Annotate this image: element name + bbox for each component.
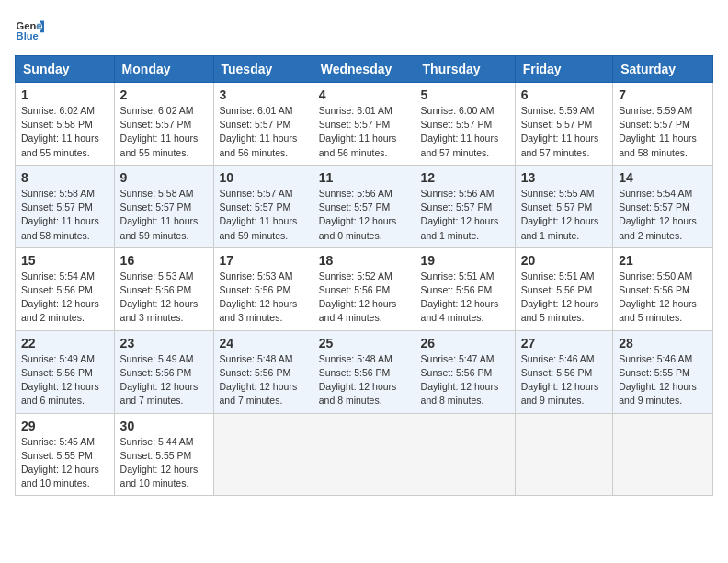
day-info: Sunrise: 5:48 AMSunset: 5:56 PMDaylight:…	[220, 352, 307, 408]
col-friday: Friday	[515, 56, 613, 83]
day-info: Sunrise: 5:47 AMSunset: 5:56 PMDaylight:…	[421, 352, 509, 408]
calendar-table: Sunday Monday Tuesday Wednesday Thursday…	[15, 55, 713, 496]
day-info: Sunrise: 5:57 AMSunset: 5:57 PMDaylight:…	[220, 187, 307, 243]
calendar-row: 1Sunrise: 6:02 AMSunset: 5:58 PMDaylight…	[16, 83, 713, 166]
day-number: 15	[21, 253, 108, 268]
col-tuesday: Tuesday	[213, 56, 313, 83]
day-info: Sunrise: 5:46 AMSunset: 5:56 PMDaylight:…	[521, 352, 608, 408]
day-number: 22	[21, 336, 108, 350]
day-info: Sunrise: 5:58 AMSunset: 5:57 PMDaylight:…	[21, 187, 108, 243]
day-number: 10	[220, 170, 307, 185]
table-row: 21Sunrise: 5:50 AMSunset: 5:56 PMDayligh…	[613, 247, 713, 330]
day-number: 20	[521, 253, 608, 268]
day-info: Sunrise: 5:50 AMSunset: 5:56 PMDaylight:…	[619, 270, 707, 326]
table-row: 22Sunrise: 5:49 AMSunset: 5:56 PMDayligh…	[16, 330, 115, 413]
table-row: 23Sunrise: 5:49 AMSunset: 5:56 PMDayligh…	[114, 330, 213, 413]
day-number: 19	[421, 253, 509, 268]
col-monday: Monday	[114, 56, 213, 83]
day-info: Sunrise: 5:53 AMSunset: 5:56 PMDaylight:…	[220, 270, 307, 326]
day-number: 14	[619, 170, 707, 185]
day-info: Sunrise: 6:01 AMSunset: 5:57 PMDaylight:…	[220, 104, 307, 160]
day-info: Sunrise: 5:59 AMSunset: 5:57 PMDaylight:…	[521, 104, 608, 160]
logo-icon: General Blue	[15, 15, 44, 44]
day-info: Sunrise: 5:56 AMSunset: 5:57 PMDaylight:…	[319, 187, 409, 243]
table-row: 8Sunrise: 5:58 AMSunset: 5:57 PMDaylight…	[16, 165, 115, 247]
day-info: Sunrise: 6:02 AMSunset: 5:57 PMDaylight:…	[120, 104, 208, 160]
table-row: 18Sunrise: 5:52 AMSunset: 5:56 PMDayligh…	[313, 247, 415, 330]
logo: General Blue	[15, 15, 48, 44]
calendar-row: 29Sunrise: 5:45 AMSunset: 5:55 PMDayligh…	[16, 413, 713, 496]
day-number: 24	[220, 336, 307, 350]
table-row	[613, 413, 713, 496]
day-number: 12	[421, 170, 509, 185]
day-number: 1	[21, 87, 108, 102]
day-info: Sunrise: 5:51 AMSunset: 5:56 PMDaylight:…	[521, 270, 608, 326]
day-number: 7	[619, 87, 707, 102]
day-info: Sunrise: 5:52 AMSunset: 5:56 PMDaylight:…	[319, 270, 409, 326]
table-row: 19Sunrise: 5:51 AMSunset: 5:56 PMDayligh…	[415, 247, 515, 330]
day-number: 11	[319, 170, 409, 185]
day-info: Sunrise: 5:55 AMSunset: 5:57 PMDaylight:…	[521, 187, 608, 243]
col-saturday: Saturday	[613, 56, 713, 83]
day-info: Sunrise: 5:54 AMSunset: 5:57 PMDaylight:…	[619, 187, 707, 243]
table-row: 11Sunrise: 5:56 AMSunset: 5:57 PMDayligh…	[313, 165, 415, 247]
svg-marker-3	[37, 24, 41, 29]
table-row: 3Sunrise: 6:01 AMSunset: 5:57 PMDaylight…	[213, 83, 313, 166]
table-row: 24Sunrise: 5:48 AMSunset: 5:56 PMDayligh…	[213, 330, 313, 413]
table-row: 5Sunrise: 6:00 AMSunset: 5:57 PMDaylight…	[415, 83, 515, 166]
day-number: 26	[421, 336, 509, 350]
day-number: 3	[220, 87, 307, 102]
day-number: 27	[521, 336, 608, 350]
table-row: 2Sunrise: 6:02 AMSunset: 5:57 PMDaylight…	[114, 83, 213, 166]
calendar-row: 8Sunrise: 5:58 AMSunset: 5:57 PMDaylight…	[16, 165, 713, 247]
day-number: 21	[619, 253, 707, 268]
day-number: 25	[319, 336, 409, 350]
day-info: Sunrise: 5:49 AMSunset: 5:56 PMDaylight:…	[120, 352, 208, 408]
day-info: Sunrise: 6:00 AMSunset: 5:57 PMDaylight:…	[421, 104, 509, 160]
day-info: Sunrise: 5:58 AMSunset: 5:57 PMDaylight:…	[120, 187, 208, 243]
table-row: 17Sunrise: 5:53 AMSunset: 5:56 PMDayligh…	[213, 247, 313, 330]
day-info: Sunrise: 5:49 AMSunset: 5:56 PMDaylight:…	[21, 352, 108, 408]
day-number: 13	[521, 170, 608, 185]
day-number: 30	[120, 419, 208, 433]
table-row: 15Sunrise: 5:54 AMSunset: 5:56 PMDayligh…	[16, 247, 115, 330]
calendar-row: 15Sunrise: 5:54 AMSunset: 5:56 PMDayligh…	[16, 247, 713, 330]
day-number: 18	[319, 253, 409, 268]
table-row	[515, 413, 613, 496]
table-row: 13Sunrise: 5:55 AMSunset: 5:57 PMDayligh…	[515, 165, 613, 247]
day-info: Sunrise: 5:48 AMSunset: 5:56 PMDaylight:…	[319, 352, 409, 408]
day-number: 29	[21, 419, 108, 433]
table-row: 29Sunrise: 5:45 AMSunset: 5:55 PMDayligh…	[16, 413, 115, 496]
table-row: 30Sunrise: 5:44 AMSunset: 5:55 PMDayligh…	[114, 413, 213, 496]
day-info: Sunrise: 6:02 AMSunset: 5:58 PMDaylight:…	[21, 104, 108, 160]
col-wednesday: Wednesday	[313, 56, 415, 83]
day-number: 2	[120, 87, 208, 102]
table-row: 7Sunrise: 5:59 AMSunset: 5:57 PMDaylight…	[613, 83, 713, 166]
table-row: 25Sunrise: 5:48 AMSunset: 5:56 PMDayligh…	[313, 330, 415, 413]
day-info: Sunrise: 5:44 AMSunset: 5:55 PMDaylight:…	[120, 435, 208, 491]
table-row: 4Sunrise: 6:01 AMSunset: 5:57 PMDaylight…	[313, 83, 415, 166]
table-row: 12Sunrise: 5:56 AMSunset: 5:57 PMDayligh…	[415, 165, 515, 247]
day-number: 16	[120, 253, 208, 268]
day-info: Sunrise: 5:56 AMSunset: 5:57 PMDaylight:…	[421, 187, 509, 243]
day-number: 6	[521, 87, 608, 102]
day-info: Sunrise: 5:54 AMSunset: 5:56 PMDaylight:…	[21, 270, 108, 326]
col-sunday: Sunday	[16, 56, 115, 83]
day-info: Sunrise: 5:51 AMSunset: 5:56 PMDaylight:…	[421, 270, 509, 326]
calendar-header-row: Sunday Monday Tuesday Wednesday Thursday…	[16, 56, 713, 83]
day-info: Sunrise: 5:59 AMSunset: 5:57 PMDaylight:…	[619, 104, 707, 160]
page-header: General Blue	[15, 15, 713, 44]
table-row: 9Sunrise: 5:58 AMSunset: 5:57 PMDaylight…	[114, 165, 213, 247]
table-row: 10Sunrise: 5:57 AMSunset: 5:57 PMDayligh…	[213, 165, 313, 247]
table-row	[213, 413, 313, 496]
day-number: 28	[619, 336, 707, 350]
day-info: Sunrise: 5:53 AMSunset: 5:56 PMDaylight:…	[120, 270, 208, 326]
day-info: Sunrise: 6:01 AMSunset: 5:57 PMDaylight:…	[319, 104, 409, 160]
table-row: 20Sunrise: 5:51 AMSunset: 5:56 PMDayligh…	[515, 247, 613, 330]
table-row: 26Sunrise: 5:47 AMSunset: 5:56 PMDayligh…	[415, 330, 515, 413]
table-row: 6Sunrise: 5:59 AMSunset: 5:57 PMDaylight…	[515, 83, 613, 166]
table-row: 1Sunrise: 6:02 AMSunset: 5:58 PMDaylight…	[16, 83, 115, 166]
day-number: 8	[21, 170, 108, 185]
calendar-row: 22Sunrise: 5:49 AMSunset: 5:56 PMDayligh…	[16, 330, 713, 413]
day-number: 23	[120, 336, 208, 350]
